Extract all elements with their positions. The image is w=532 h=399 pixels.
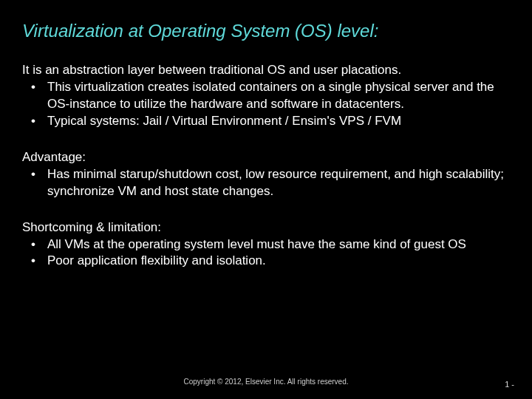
intro-text: It is an abstraction layer between tradi… bbox=[22, 62, 510, 79]
advantage-section: Advantage: Has minimal starup/shutdown c… bbox=[22, 149, 510, 200]
shortcoming-heading: Shortcoming & limitation: bbox=[22, 219, 510, 236]
bullet-list-1: This virtualization creates isolated con… bbox=[22, 79, 510, 130]
page-number: 1 - bbox=[505, 380, 514, 389]
list-item: Typical systems: Jail / Virtual Environm… bbox=[22, 113, 510, 130]
slide-title: Virtualization at Operating System (OS) … bbox=[22, 21, 510, 41]
advantage-heading: Advantage: bbox=[22, 149, 510, 166]
slide-container: Virtualization at Operating System (OS) … bbox=[0, 0, 532, 399]
slide-body: It is an abstraction layer between tradi… bbox=[22, 62, 510, 270]
list-item: This virtualization creates isolated con… bbox=[22, 79, 510, 113]
list-item: Has minimal starup/shutdown cost, low re… bbox=[22, 166, 510, 200]
list-item: Poor application flexibility and isolati… bbox=[22, 253, 510, 270]
list-item: All VMs at the operating system level mu… bbox=[22, 236, 510, 253]
copyright-footer: Copyright © 2012, Elsevier Inc. All righ… bbox=[0, 378, 532, 386]
advantage-bullets: Has minimal starup/shutdown cost, low re… bbox=[22, 166, 510, 200]
shortcoming-bullets: All VMs at the operating system level mu… bbox=[22, 236, 510, 270]
shortcoming-section: Shortcoming & limitation: All VMs at the… bbox=[22, 219, 510, 270]
